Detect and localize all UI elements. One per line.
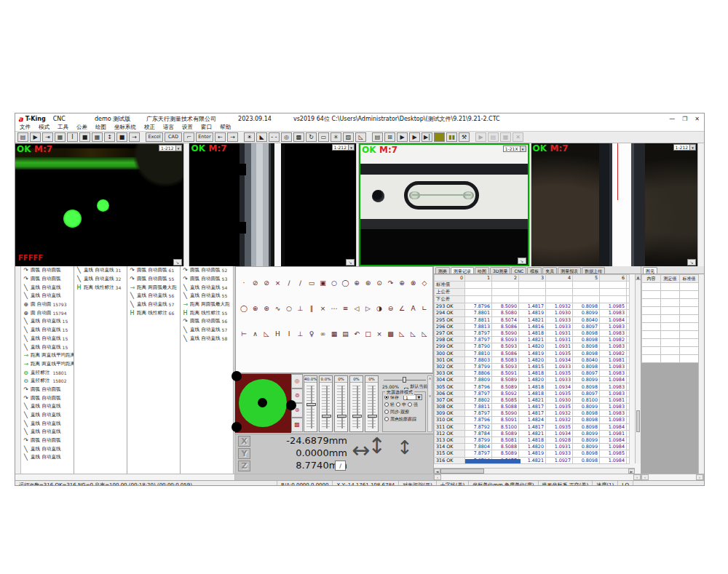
value-cell[interactable]: 1.0983	[600, 330, 627, 336]
palette-tool-icon-0-5[interactable]: ∕	[296, 279, 306, 288]
tab-4[interactable]: CNC	[511, 267, 526, 274]
menu-item-4[interactable]: 绘图	[95, 124, 106, 131]
element-cell[interactable]	[661, 347, 680, 355]
ring-light-preview[interactable]	[235, 374, 291, 433]
list-item[interactable]: ╲直线自动直线58	[181, 335, 233, 343]
toolbar-tools-button[interactable]: ⚒	[459, 132, 470, 142]
value-cell[interactable]: 1.0933	[546, 363, 573, 370]
empty-cell[interactable]	[627, 423, 630, 430]
jog-vertical-icon[interactable]: ↕	[368, 431, 386, 461]
slider-thumb[interactable]	[368, 415, 377, 418]
value-cell[interactable]: 7.8792	[465, 423, 492, 430]
scroll-right-icon[interactable]: ›	[633, 474, 641, 480]
value-cell[interactable]: 7.8799	[465, 363, 492, 370]
palette-tool-icon-1-16[interactable]: ∟	[419, 304, 430, 314]
palette-tool-icon-1-3[interactable]: ∿	[273, 304, 283, 314]
value-cell[interactable]: 7.8797	[465, 330, 492, 336]
value-cell[interactable]: 1.0932	[546, 303, 573, 310]
empty-cell[interactable]	[627, 430, 630, 437]
row-label[interactable]: 313 OK	[435, 437, 465, 443]
value-cell[interactable]: 7.8803	[465, 356, 492, 363]
toolbar-cancel-button[interactable]: ✕	[513, 132, 523, 142]
value-cell[interactable]: 1.0935	[546, 404, 573, 410]
minimize-button[interactable]: —	[669, 116, 675, 122]
tab-5[interactable]: 模板	[527, 267, 542, 274]
empty-cell[interactable]	[600, 282, 627, 289]
row-label[interactable]: 297 OK	[435, 330, 465, 336]
radio-icon[interactable]	[384, 410, 389, 414]
value-cell[interactable]: 1.4818	[519, 390, 546, 396]
empty-cell[interactable]	[492, 296, 519, 303]
toolbar-dash-button[interactable]: - -	[269, 132, 280, 142]
menu-item-9[interactable]: 窗口	[201, 124, 212, 131]
empty-cell[interactable]	[627, 289, 630, 296]
scroll-left-icon[interactable]: ‹	[641, 474, 649, 480]
toolbar-play2-button[interactable]: ▶	[475, 132, 486, 142]
palette-tool-icon-1-13[interactable]: ⊖	[386, 304, 396, 314]
row-label[interactable]: 300 OK	[435, 350, 465, 356]
row-label[interactable]: 298 OK	[435, 337, 465, 343]
list-item[interactable]: ↷圆弧自动圆弧	[21, 275, 74, 284]
tab-7[interactable]: 测量报表	[558, 267, 581, 274]
value-cell[interactable]: 0.8098	[573, 417, 600, 423]
value-cell[interactable]: 1.0982	[600, 350, 627, 356]
chevron-down-icon[interactable]: ▾	[689, 145, 695, 150]
value-cell[interactable]: 1.0928	[546, 437, 573, 443]
toolbar-save2-button[interactable]: ▤	[488, 132, 499, 142]
value-cell[interactable]: 1.0983	[600, 404, 627, 410]
list-item[interactable]: ╲直线自动直线	[21, 402, 74, 411]
options-scrollbar[interactable]: ∧∨	[427, 375, 432, 432]
menu-item-8[interactable]: 设置	[182, 124, 193, 131]
list-item[interactable]: ╲直线自动直线15	[21, 326, 74, 335]
palette-tool-icon-1-2[interactable]: ⊛	[261, 304, 272, 314]
list-item[interactable]: ⊸距离两圆弧最大距	[127, 283, 180, 292]
element-cell[interactable]	[680, 347, 699, 355]
value-cell[interactable]: 8.5093	[492, 337, 519, 343]
element-cell[interactable]	[680, 323, 699, 331]
element-cell[interactable]	[642, 299, 661, 307]
empty-cell[interactable]	[465, 289, 492, 296]
value-cell[interactable]: 1.0982	[600, 337, 627, 343]
palette-tool-icon-0-6[interactable]: ▭	[306, 279, 317, 288]
empty-cell[interactable]	[627, 404, 630, 410]
empty-cell[interactable]	[627, 296, 630, 303]
element-cell[interactable]	[642, 283, 661, 291]
value-cell[interactable]: 0.8098	[573, 337, 600, 343]
toolbar-save-run-button[interactable]: ▤	[372, 132, 383, 142]
palette-tool-icon-2-15[interactable]: ◺	[408, 330, 419, 339]
slider-thumb[interactable]	[306, 403, 316, 406]
value-cell[interactable]: 0.8099	[573, 404, 600, 410]
toolbar-pattern-button[interactable]: ▩	[293, 132, 304, 142]
element-cell[interactable]	[661, 283, 680, 291]
row-label[interactable]: 301 OK	[435, 356, 465, 363]
value-cell[interactable]: 1.4824	[519, 417, 546, 423]
slider-thumb[interactable]	[337, 415, 347, 418]
element-cell[interactable]	[642, 347, 661, 355]
list-item[interactable]: ⊖直径标注15802	[21, 377, 74, 386]
value-cell[interactable]: 1.0981	[600, 356, 627, 363]
light-slider-1[interactable]: 40.0%	[304, 375, 317, 432]
list-item[interactable]: ╲直线自动直线	[21, 411, 74, 420]
palette-tool-icon-1-8[interactable]: ⋯	[329, 304, 339, 314]
row-label[interactable]: 295 OK	[435, 316, 465, 323]
list-item[interactable]: ⊸距离两圆弧最大距	[181, 300, 233, 309]
value-cell[interactable]: 7.8802	[465, 396, 492, 403]
row-label[interactable]: 303 OK	[435, 370, 465, 377]
value-cell[interactable]: 0.8099	[573, 437, 600, 443]
list-item[interactable]: ↷圆弧自动圆弧53	[181, 275, 233, 284]
empty-cell[interactable]	[627, 396, 630, 403]
empty-cell[interactable]	[627, 303, 630, 310]
toolbar-stop-button[interactable]: ■	[434, 132, 445, 142]
element-cell[interactable]	[680, 291, 699, 299]
toolbar-area-button[interactable]: ■	[79, 132, 90, 142]
element-cell[interactable]	[680, 355, 699, 363]
empty-cell[interactable]	[627, 282, 630, 289]
scroll-left-icon[interactable]: ‹	[434, 474, 441, 480]
value-cell[interactable]: 7.8811	[465, 316, 492, 323]
scroll-right-icon[interactable]: ►	[628, 469, 635, 474]
empty-cell[interactable]	[627, 350, 630, 356]
light-slider-4[interactable]: 0%	[349, 375, 363, 432]
list-item[interactable]: ╲直线自动直线15	[21, 317, 74, 326]
list-item[interactable]: ↷圆弧自动圆弧	[21, 437, 74, 445]
value-cell[interactable]: 1.4818	[519, 437, 546, 443]
